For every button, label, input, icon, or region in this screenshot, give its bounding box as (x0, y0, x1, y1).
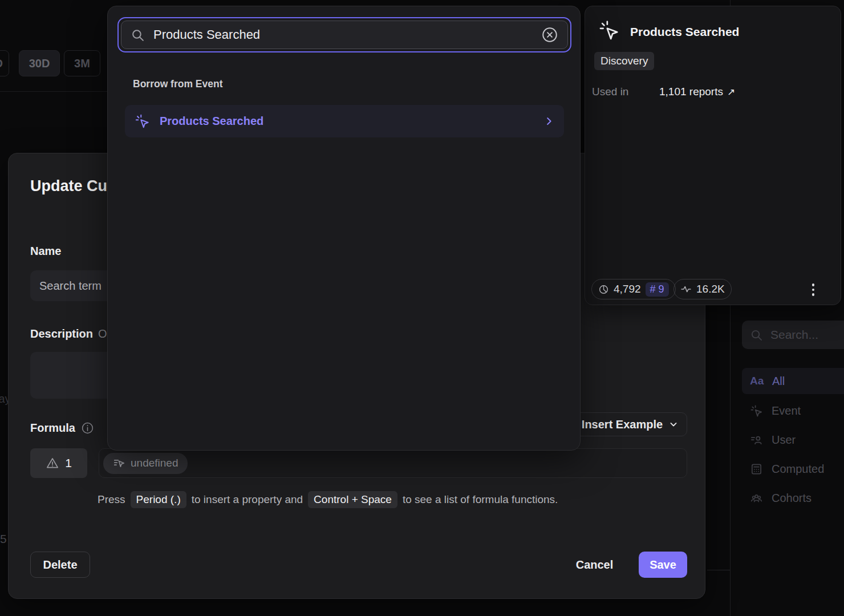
used-in-label: Used in (592, 86, 628, 98)
event-detail-card: Products Searched Discovery Used in 1,10… (585, 6, 841, 305)
sidebar-item-user[interactable]: User (742, 427, 844, 453)
formula-input[interactable]: undefined (99, 448, 687, 478)
insert-example-label: Insert Example (582, 418, 663, 431)
time-range-label: 30D (29, 57, 50, 70)
used-in-value: 1,101 reports (659, 86, 723, 98)
event-cursor-icon (135, 114, 150, 129)
sidebar-item-all[interactable]: Aa All (742, 368, 844, 394)
borrow-from-event-label: Borrow from Event (133, 78, 223, 90)
keyboard-key-control-space: Control + Space (308, 491, 397, 508)
search-input-focus-ring (117, 17, 571, 52)
event-card-title: Products Searched (630, 25, 739, 39)
sidebar-item-label: Event (772, 404, 801, 418)
event-rank-badge: # 9 (646, 282, 669, 297)
chip-label: undefined (131, 457, 178, 469)
event-volume-pill[interactable]: 16.2K (673, 279, 732, 299)
warning-icon (46, 456, 59, 470)
event-search-field[interactable] (121, 21, 568, 49)
formula-error-counter[interactable]: 1 (30, 448, 87, 478)
time-range-label: 3M (74, 57, 90, 70)
result-label: Products Searched (160, 115, 263, 128)
calculator-icon (750, 463, 763, 476)
hint-text: Press (98, 493, 125, 506)
sidebar-item-label: User (772, 433, 796, 447)
time-range-button-30d[interactable]: 30D (19, 50, 60, 76)
hint-text: to insert a property and (192, 493, 303, 506)
sidebar-item-label: All (772, 375, 785, 388)
activity-pulse-icon (680, 283, 692, 295)
background-chart-label: 5 (0, 532, 7, 546)
chevron-right-icon (543, 116, 554, 127)
formula-label-text: Formula (30, 422, 75, 435)
external-arrow-icon: ↗ (727, 86, 735, 98)
event-cursor-icon (750, 404, 763, 418)
delete-button[interactable]: Delete (30, 552, 90, 578)
error-count: 1 (65, 456, 72, 470)
event-volume-value: 16.2K (696, 283, 725, 295)
search-icon (131, 28, 145, 42)
event-search-input[interactable] (153, 27, 541, 42)
event-search-popover: Borrow from Event Products Searched (107, 6, 581, 451)
time-range-label: D (0, 57, 3, 70)
keyboard-key-period: Period (.) (131, 491, 186, 508)
sidebar-item-computed[interactable]: Computed (742, 456, 844, 482)
category-badge: Discovery (594, 52, 654, 70)
cancel-button[interactable]: Cancel (565, 552, 624, 578)
description-label-text: Description (30, 327, 93, 340)
name-label: Name (30, 245, 61, 258)
sidebar-item-label: Computed (772, 463, 824, 476)
sidebar-search-placeholder: Search... (770, 328, 818, 342)
pie-chart-icon (598, 284, 609, 295)
search-result-products-searched[interactable]: Products Searched (125, 105, 564, 137)
app-root: D 30D 3M lay 5 Search... Aa All Event (0, 0, 844, 616)
event-count-pill[interactable]: 4,792 # 9 (591, 279, 676, 299)
insert-example-button[interactable]: Insert Example (574, 412, 687, 436)
property-cursor-icon (113, 457, 125, 469)
hint-text: to see a list of formula functions. (403, 493, 558, 506)
sidebar-search-input[interactable]: Search... (742, 321, 844, 349)
undefined-property-chip[interactable]: undefined (103, 453, 188, 474)
event-count-value: 4,792 (614, 283, 641, 295)
used-in-reports-link[interactable]: 1,101 reports ↗ (659, 86, 735, 98)
text-type-icon: Aa (750, 375, 764, 387)
time-range-button-7d[interactable]: D (0, 50, 9, 76)
sidebar-item-label: Cohorts (772, 492, 811, 505)
sidebar-item-event[interactable]: Event (742, 398, 844, 424)
sidebar-item-cohorts[interactable]: Cohorts (742, 485, 844, 511)
clear-search-icon[interactable] (541, 26, 558, 43)
user-icon (750, 433, 763, 447)
search-icon (750, 329, 763, 342)
background-divider (0, 91, 107, 92)
cohorts-people-icon (750, 492, 763, 505)
more-options-kebab[interactable] (808, 281, 819, 298)
save-button[interactable]: Save (639, 552, 687, 578)
time-range-button-3m[interactable]: 3M (64, 50, 100, 76)
modal-title: Update Cu (30, 177, 107, 195)
info-icon[interactable] (81, 422, 94, 435)
event-cursor-icon (598, 19, 620, 41)
formula-label-row: Formula (30, 422, 94, 435)
formula-hint: Press Period (.) to insert a property an… (98, 491, 558, 508)
chevron-down-icon (668, 419, 679, 430)
